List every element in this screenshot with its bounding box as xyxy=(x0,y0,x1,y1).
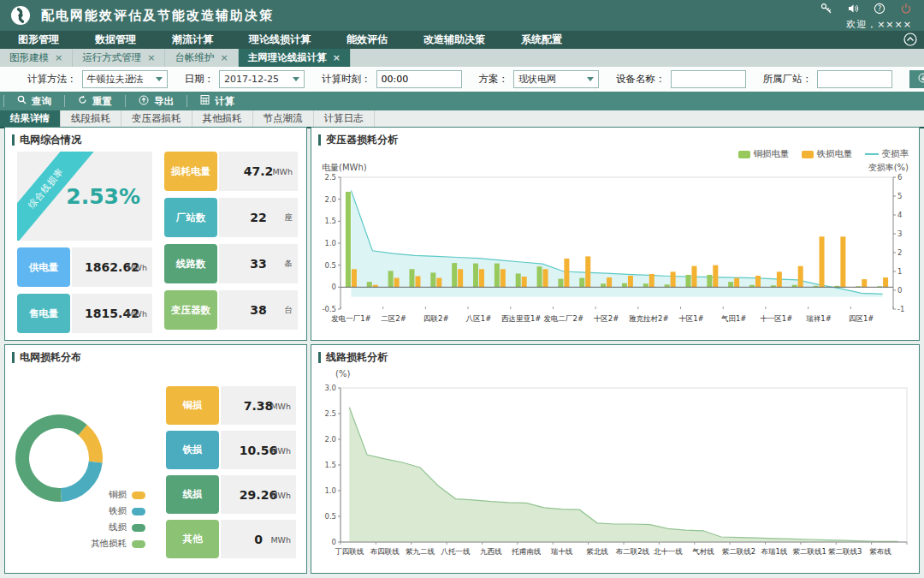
dashboard-content: 电网综合情况 综合线损率 2.53% 供电量1862.62MWh售电量1815.… xyxy=(0,127,924,578)
nav-item-2[interactable]: 数据管理 xyxy=(77,33,154,47)
tab-label: 图形建模 xyxy=(9,51,49,64)
help-icon[interactable]: ? xyxy=(874,3,886,15)
stat-unit: MWh xyxy=(127,263,147,272)
nav-item-7[interactable]: 系统配置 xyxy=(503,33,580,47)
chart-legend: 铜损电量铁损电量变损率 xyxy=(738,148,909,160)
subtab-6[interactable]: 计算日志 xyxy=(314,110,375,127)
toolbar-button-4[interactable]: 计算 xyxy=(187,95,247,107)
toolbar-button-2[interactable]: 重置 xyxy=(64,95,125,107)
nav-item-1[interactable]: 图形管理 xyxy=(0,33,77,47)
svg-text:雅克拉村2#: 雅克拉村2# xyxy=(628,314,669,323)
export-icon xyxy=(139,95,149,108)
legend-label: 线损 xyxy=(109,521,127,533)
stat-row: 线路数33条 xyxy=(164,244,298,283)
svg-text:托甫南线: 托甫南线 xyxy=(511,547,542,556)
svg-text:2.5: 2.5 xyxy=(324,409,336,418)
stat-chip: 线路数 xyxy=(164,244,217,283)
subtab-4[interactable]: 其他损耗 xyxy=(192,110,253,127)
station-input[interactable] xyxy=(817,70,892,88)
tab-label: 主网理论线损计算 xyxy=(248,51,327,64)
stat-row: 其他0MWh xyxy=(166,520,296,558)
method-select[interactable]: 牛顿拉夫逊法 xyxy=(82,70,168,88)
tab-3[interactable]: 台帐维护× xyxy=(165,49,238,67)
close-icon[interactable]: × xyxy=(220,52,228,63)
stat-unit: MWh xyxy=(270,490,291,499)
filter-bar: 计算方法： 牛顿拉夫逊法 日期： 2017-12-25 计算时刻： 方案： 现状… xyxy=(0,67,924,92)
svg-text:气田1#: 气田1# xyxy=(721,314,747,323)
svg-text:十区1#: 十区1# xyxy=(678,314,704,323)
tab-label: 台帐维护 xyxy=(175,51,214,64)
subtab-3[interactable]: 变压器损耗 xyxy=(121,110,192,127)
svg-text:0: 0 xyxy=(332,283,336,291)
close-icon[interactable]: × xyxy=(147,52,155,63)
overview-left-column: 综合线损率 2.53% 供电量1862.62MWh售电量1815.42MWh xyxy=(17,152,152,340)
stat-unit: MWh xyxy=(270,445,291,455)
svg-text:1.0: 1.0 xyxy=(324,239,336,247)
legend-label: 其他损耗 xyxy=(91,538,127,550)
subtab-2[interactable]: 线段损耗 xyxy=(61,110,121,127)
svg-text:?: ? xyxy=(878,5,881,13)
power-icon[interactable] xyxy=(900,3,912,15)
nav-item-3[interactable]: 潮流计算 xyxy=(154,33,231,47)
svg-text:四区1#: 四区1# xyxy=(849,314,874,323)
legend-label: 铁损 xyxy=(109,505,127,517)
more-button[interactable]: 更多 xyxy=(909,70,924,88)
svg-text:发电二厂2#: 发电二厂2# xyxy=(544,314,584,323)
svg-text:瑞十线: 瑞十线 xyxy=(551,547,573,556)
speaker-icon[interactable] xyxy=(847,3,859,15)
svg-text:1.5: 1.5 xyxy=(324,217,336,225)
tab-4[interactable]: 主网理论线损计算× xyxy=(239,49,351,67)
svg-text:2.0: 2.0 xyxy=(324,195,336,204)
filter-method: 计算方法： 牛顿拉夫逊法 xyxy=(27,70,168,88)
nav-item-4[interactable]: 理论线损计算 xyxy=(231,33,329,47)
app-root: 配电网能效评估及节能改造辅助决策 ? 欢迎，×××× 图形管理数据管理潮流计算理… xyxy=(0,0,924,578)
toolbar-button-3[interactable]: 导出 xyxy=(125,95,187,107)
transformer-loss-chart: 2.52.01.51.00.50-0.56543210-1发电一厂1#二区2#四… xyxy=(315,172,917,337)
legend-label: 铁损电量 xyxy=(817,148,853,160)
close-icon[interactable]: × xyxy=(55,52,62,63)
stat-value-box: 10.56MWh xyxy=(221,431,296,469)
filter-time: 计算时刻： xyxy=(322,70,462,88)
stat-row: 售电量1815.42MWh xyxy=(17,294,152,333)
chevron-down-icon xyxy=(587,77,594,81)
donut-legend: 铜损铁损线损其他损耗 xyxy=(55,489,145,554)
stat-unit: 条 xyxy=(285,259,293,270)
collapse-button[interactable] xyxy=(903,33,917,46)
plan-value: 现状电网 xyxy=(518,73,556,86)
nav-item-5[interactable]: 能效评估 xyxy=(329,33,406,47)
line-loss-panel: 线路损耗分析 (%) 3.02.52.01.51.00.50丁四联线布四联线紫九… xyxy=(311,344,920,574)
stat-unit: MWh xyxy=(270,401,291,410)
toolbar-button-label: 计算 xyxy=(215,95,234,108)
filter-station: 所属厂站： xyxy=(763,70,893,88)
subtab-1[interactable]: 结果详情 xyxy=(0,110,61,127)
time-input[interactable] xyxy=(376,70,462,88)
overview-right-column: 损耗电量47.2MWh厂站数22座线路数33条变压器数38台 xyxy=(164,152,298,337)
tab-2[interactable]: 运行方式管理× xyxy=(73,49,165,67)
key-icon[interactable] xyxy=(820,3,832,15)
svg-text:紫二联线1: 紫二联线1 xyxy=(793,547,826,556)
stat-value-box: 1862.62MWh xyxy=(72,247,152,287)
stat-unit: MWh xyxy=(272,167,293,176)
panel-title: 变压器损耗分析 xyxy=(318,133,912,147)
tab-1[interactable]: 图形建模× xyxy=(0,49,73,67)
circle-down-icon xyxy=(918,73,924,86)
toolbar-button-1[interactable]: 查询 xyxy=(3,95,64,107)
stat-value-box: 29.26MWh xyxy=(221,475,296,514)
stat-chip: 线损 xyxy=(166,475,219,514)
distribution-stats: 铜损7.38MWh铁损10.56MWh线损29.26MWh其他0MWh xyxy=(166,386,296,564)
device-name-input[interactable] xyxy=(671,70,746,88)
plan-select[interactable]: 现状电网 xyxy=(513,70,599,88)
date-select[interactable]: 2017-12-25 xyxy=(219,70,305,88)
tab-bar: 图形建模×运行方式管理×台帐维护×主网理论线损计算× xyxy=(0,49,924,67)
legend-item: 线损 xyxy=(55,521,145,533)
line-loss-chart: 3.02.52.01.51.00.50丁四联线布四联线紫九二线八托一线九西线托甫… xyxy=(315,381,917,569)
legend-item: 铁损 xyxy=(55,505,145,517)
stat-value: 33 xyxy=(250,257,266,271)
svg-text:紫二联线3: 紫二联线3 xyxy=(828,547,862,556)
line-marker-icon xyxy=(865,153,879,155)
legend-label: 铜损电量 xyxy=(754,148,790,160)
nav-item-6[interactable]: 改造辅助决策 xyxy=(406,33,503,47)
svg-text:3: 3 xyxy=(897,229,902,238)
subtab-5[interactable]: 节点潮流 xyxy=(253,110,314,127)
close-icon[interactable]: × xyxy=(333,52,341,63)
